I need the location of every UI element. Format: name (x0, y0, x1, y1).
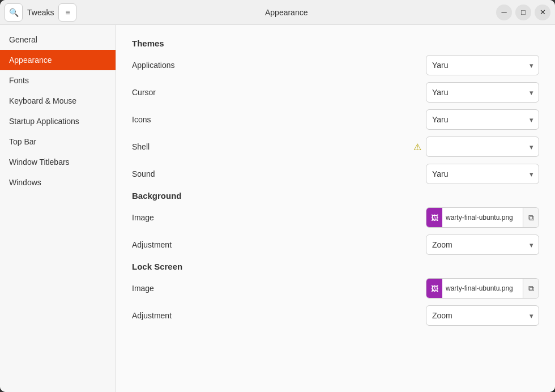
icons-select[interactable]: Yaru (426, 109, 539, 130)
ls-image-control: 🖼 warty-final-ubuntu.png ⧉ (426, 278, 539, 299)
sidebar-item-top-bar[interactable]: Top Bar (0, 131, 116, 152)
bg-adjustment-select[interactable]: Zoom (426, 235, 539, 255)
bg-image-control: 🖼 warty-final-ubuntu.png ⧉ (426, 207, 539, 228)
ls-adjustment-select-wrapper: Zoom (426, 305, 539, 326)
cursor-control: Yaru (426, 82, 539, 103)
bg-adjustment-row: Adjustment Zoom (132, 235, 539, 255)
sidebar-item-keyboard-mouse[interactable]: Keyboard & Mouse (0, 91, 116, 111)
bg-adjustment-select-wrapper: Zoom (426, 235, 539, 255)
bg-image-label: Image (132, 213, 426, 222)
ls-adjustment-control: Zoom (426, 305, 539, 326)
sidebar-item-window-titlebars[interactable]: Window Titlebars (0, 152, 116, 172)
applications-select[interactable]: Yaru (426, 55, 539, 75)
ls-image-icon: 🖼 (426, 279, 442, 298)
minimize-button[interactable]: ─ (496, 5, 512, 20)
icons-control: Yaru (426, 109, 539, 130)
sound-select-wrapper: Yaru (426, 164, 539, 184)
titlebar: 🔍 Tweaks ≡ Appearance ─ □ ✕ (0, 0, 555, 25)
cursor-select[interactable]: Yaru (426, 82, 539, 103)
shell-row: Shell ⚠ (132, 137, 539, 157)
themes-section-title: Themes (132, 39, 539, 48)
sound-row: Sound Yaru (132, 164, 539, 184)
bg-image-name: warty-final-ubuntu.png (442, 214, 523, 221)
bg-image-icon: 🖼 (426, 208, 442, 227)
sidebar: General Appearance Fonts Keyboard & Mous… (0, 25, 116, 392)
sidebar-item-appearance[interactable]: Appearance (0, 50, 116, 70)
app-window: 🔍 Tweaks ≡ Appearance ─ □ ✕ General Appe… (0, 0, 555, 392)
sound-select[interactable]: Yaru (426, 164, 539, 184)
sound-label: Sound (132, 169, 426, 178)
bg-adjustment-label: Adjustment (132, 240, 426, 249)
cursor-row: Cursor Yaru (132, 82, 539, 103)
ls-adjustment-select[interactable]: Zoom (426, 305, 539, 326)
window-controls: ─ □ ✕ (496, 5, 550, 20)
ls-image-copy-button[interactable]: ⧉ (523, 279, 539, 298)
ls-image-row: Image 🖼 warty-final-ubuntu.png ⧉ (132, 278, 539, 299)
ls-image-label: Image (132, 284, 426, 293)
cursor-select-wrapper: Yaru (426, 82, 539, 103)
bg-image-copy-button[interactable]: ⧉ (523, 208, 539, 227)
sidebar-item-general[interactable]: General (0, 29, 116, 50)
sidebar-item-startup-applications[interactable]: Startup Applications (0, 111, 116, 131)
applications-select-wrapper: Yaru (426, 55, 539, 75)
icons-label: Icons (132, 115, 426, 124)
applications-control: Yaru (426, 55, 539, 75)
search-icon: 🔍 (9, 8, 19, 17)
window-title: Appearance (81, 8, 492, 17)
bg-image-display[interactable]: 🖼 warty-final-ubuntu.png ⧉ (426, 207, 539, 228)
bg-adjustment-control: Zoom (426, 235, 539, 255)
main-content: Themes Applications Yaru Cursor (116, 25, 555, 392)
lock-screen-section-title: Lock Screen (132, 262, 539, 271)
ls-adjustment-label: Adjustment (132, 311, 426, 320)
close-button[interactable]: ✕ (535, 5, 550, 20)
sidebar-item-fonts[interactable]: Fonts (0, 70, 116, 91)
warning-icon: ⚠ (413, 142, 421, 152)
ls-image-name: warty-final-ubuntu.png (442, 284, 523, 292)
sidebar-item-windows[interactable]: Windows (0, 172, 116, 193)
app-title: Tweaks (27, 8, 54, 17)
cursor-label: Cursor (132, 88, 426, 97)
shell-label: Shell (132, 142, 413, 151)
applications-label: Applications (132, 61, 426, 70)
ls-adjustment-row: Adjustment Zoom (132, 305, 539, 326)
maximize-button[interactable]: □ (515, 5, 531, 20)
icons-row: Icons Yaru (132, 109, 539, 130)
icons-select-wrapper: Yaru (426, 109, 539, 130)
bg-image-row: Image 🖼 warty-final-ubuntu.png ⧉ (132, 207, 539, 228)
shell-select[interactable] (426, 137, 539, 157)
menu-button[interactable]: ≡ (58, 3, 76, 22)
shell-select-wrapper (426, 137, 539, 157)
content-area: General Appearance Fonts Keyboard & Mous… (0, 25, 555, 392)
hamburger-icon: ≡ (65, 8, 70, 17)
applications-row: Applications Yaru (132, 55, 539, 75)
ls-image-display[interactable]: 🖼 warty-final-ubuntu.png ⧉ (426, 278, 539, 299)
background-section-title: Background (132, 191, 539, 201)
search-button[interactable]: 🔍 (5, 3, 23, 22)
sound-control: Yaru (426, 164, 539, 184)
